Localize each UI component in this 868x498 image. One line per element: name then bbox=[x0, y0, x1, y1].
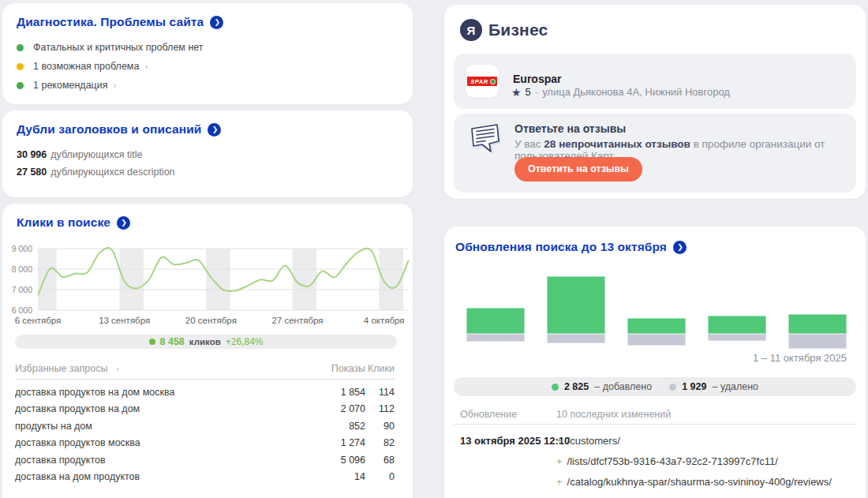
yandex-logo-icon: Я bbox=[460, 19, 482, 41]
yandex-business-card: Я Бизнес SPAR Eurospar ★ 5 · улица Дьяко… bbox=[444, 5, 866, 199]
query-row[interactable]: доставка продуктов на дом2 070112 bbox=[2, 401, 413, 418]
duplicates-item: 30 996дублирующихся title bbox=[2, 146, 413, 163]
change-path: /lists/dfcf753b-9316-43a7-92c2-713997c7f… bbox=[567, 455, 778, 467]
chevron-right-icon: › bbox=[114, 81, 117, 90]
added-value: 2 825 bbox=[564, 381, 589, 392]
yandex-business-logo: Я Бизнес bbox=[460, 19, 548, 41]
update-date: 13 октября 2025 12:10 bbox=[460, 435, 570, 447]
bar-removed-segment bbox=[788, 334, 847, 349]
x-axis-tick: 6 сентября bbox=[15, 316, 62, 325]
diagnostics-item-link[interactable]: 1 рекомендация› bbox=[2, 76, 413, 95]
organization-name: Eurospar bbox=[513, 73, 561, 85]
bar-removed-segment bbox=[547, 334, 605, 343]
search-updates-card: Обновления поиска до 13 октября ❯ 1 – 11… bbox=[444, 227, 866, 498]
query-shows: 1 274 bbox=[318, 437, 365, 448]
clicks-delta: +26,84% bbox=[226, 336, 264, 347]
updates-legend-pill: 2 825 – добавлено 1 929 – удалено bbox=[454, 377, 856, 396]
answer-reviews-button[interactable]: Ответить на отзывы bbox=[514, 157, 642, 182]
spar-logo-icon: SPAR bbox=[467, 77, 496, 86]
duplicates-title: Дубли заголовков и описаний bbox=[17, 122, 201, 137]
updates-period: 1 – 11 октября 2025 bbox=[753, 352, 847, 364]
query-text: доставка продуктов на дом москва bbox=[15, 387, 174, 398]
chevron-right-icon: › bbox=[144, 62, 148, 71]
plus-sign-icon: + bbox=[556, 455, 563, 467]
diagnostics-title-link[interactable]: Диагностика. Проблемы сайта ❯ bbox=[2, 3, 413, 29]
clicks-line-chart bbox=[38, 245, 409, 314]
clicks-total-unit: кликов bbox=[189, 337, 221, 346]
bar-added-segment bbox=[627, 318, 686, 334]
y-axis-tick: 8 000 bbox=[2, 264, 32, 274]
query-row[interactable]: доставка продуктов москва1 27482 bbox=[2, 435, 413, 452]
x-axis-tick: 27 сентября bbox=[271, 316, 323, 325]
query-clicks: 0 bbox=[365, 471, 395, 482]
removed-label: – удалено bbox=[712, 381, 758, 392]
clicks-summary-pill: 8 458 кликов +26,84% bbox=[15, 335, 397, 349]
added-label: – добавлено bbox=[594, 381, 652, 392]
query-shows: 14 bbox=[318, 471, 365, 482]
bar-added-segment bbox=[466, 308, 525, 334]
change-path: /customers/ bbox=[567, 435, 620, 447]
query-row[interactable]: продукты на дом85290 bbox=[2, 417, 413, 435]
favorite-queries-table: доставка продуктов на дом москва1 854114… bbox=[2, 384, 413, 485]
diagnostics-item-text: 1 возможная проблема bbox=[33, 61, 139, 72]
query-text: доставка продуктов на дом bbox=[15, 403, 140, 414]
organization-rating: 5 bbox=[526, 86, 531, 98]
change-item-link[interactable]: +/lists/dfcf753b-9316-43a7-92c2-713997c7… bbox=[556, 455, 832, 476]
divider bbox=[454, 424, 856, 425]
star-icon: ★ bbox=[511, 87, 522, 98]
duplicates-title-link[interactable]: Дубли заголовков и описаний ❯ bbox=[2, 110, 413, 137]
duplicates-card: Дубли заголовков и описаний ❯ 30 996дубл… bbox=[2, 110, 413, 197]
x-axis-tick: 4 октября bbox=[364, 316, 405, 325]
updates-title: Обновления поиска до 13 октября bbox=[455, 240, 667, 254]
clicks-title: Клики в поиске bbox=[17, 215, 110, 230]
duplicates-count: 27 580 bbox=[17, 167, 47, 178]
diagnostics-card: Диагностика. Проблемы сайта ❯ Фатальных … bbox=[2, 3, 413, 104]
query-shows: 852 bbox=[318, 421, 365, 432]
status-dot-icon bbox=[17, 82, 24, 89]
query-clicks: 68 bbox=[365, 455, 395, 466]
duplicates-item: 27 580дублирующихся description bbox=[2, 163, 413, 181]
query-clicks: 82 bbox=[365, 437, 395, 448]
query-clicks: 112 bbox=[365, 403, 395, 414]
clicks-total-value: 8 458 bbox=[160, 336, 185, 347]
clicks-title-link[interactable]: Клики в поиске ❯ bbox=[2, 204, 413, 230]
duplicates-list: 30 996дублирующихся title27 580дублирующ… bbox=[2, 146, 413, 181]
column-clicks: Клики bbox=[365, 363, 395, 374]
spar-green-dot-icon bbox=[490, 79, 496, 84]
duplicates-label: дублирующихся title bbox=[51, 149, 142, 160]
x-axis-tick: 20 сентября bbox=[185, 316, 237, 325]
diagnostics-item-link[interactable]: 1 возможная проблема› bbox=[2, 57, 413, 76]
arrow-right-circle-icon[interactable]: ❯ bbox=[673, 241, 687, 254]
removed-legend-dot bbox=[669, 384, 676, 391]
unread-reviews-count: 28 непрочитанных отзывов bbox=[544, 138, 690, 150]
bar-added-segment bbox=[547, 276, 605, 334]
organization-panel[interactable]: SPAR Eurospar ★ 5 · улица Дьяконова 4А, … bbox=[454, 54, 856, 109]
webmaster-dashboard: Диагностика. Проблемы сайта ❯ Фатальных … bbox=[0, 0, 868, 498]
y-axis-tick: 6 000 bbox=[2, 305, 32, 315]
query-shows: 1 854 bbox=[318, 387, 365, 398]
query-row[interactable]: доставка на дом продуктов140 bbox=[2, 469, 413, 486]
arrow-right-circle-icon[interactable]: ❯ bbox=[210, 16, 223, 29]
bar-added-segment bbox=[788, 314, 847, 334]
y-axis-tick: 7 000 bbox=[2, 285, 32, 294]
arrow-right-circle-icon[interactable]: ❯ bbox=[208, 123, 221, 137]
organization-meta: ★ 5 · улица Дьяконова 4А, Нижний Новгоро… bbox=[511, 86, 730, 98]
status-dot-icon bbox=[17, 63, 24, 70]
updates-title-link[interactable]: Обновления поиска до 13 октября ❯ bbox=[444, 227, 866, 254]
plus-sign-icon: + bbox=[556, 435, 563, 447]
change-item-link[interactable]: +/catalog/kukhnya-spar/shaurma-so-svinin… bbox=[556, 476, 832, 496]
column-last-changes: 10 последних изменений bbox=[556, 409, 671, 420]
diagnostics-item-text: 1 рекомендация bbox=[33, 80, 108, 91]
diagnostics-item: Фатальных и критичных проблем нет bbox=[2, 38, 413, 57]
query-row[interactable]: доставка продуктов на дом москва1 854114 bbox=[2, 384, 413, 401]
query-text: доставка продуктов москва bbox=[15, 437, 140, 448]
plus-sign-icon: + bbox=[556, 476, 563, 488]
bar-removed-segment bbox=[627, 334, 686, 346]
arrow-right-circle-icon[interactable]: ❯ bbox=[117, 216, 130, 230]
favorite-queries-link[interactable]: Избранные запросы › bbox=[15, 363, 119, 374]
column-update: Обновление bbox=[460, 409, 517, 420]
x-axis-tick: 13 сентября bbox=[99, 316, 150, 325]
diagnostics-list: Фатальных и критичных проблем нет1 возмо… bbox=[2, 38, 413, 95]
query-row[interactable]: доставка продуктов5 09668 bbox=[2, 451, 413, 469]
change-item-link[interactable]: +/customers/ bbox=[556, 435, 832, 455]
